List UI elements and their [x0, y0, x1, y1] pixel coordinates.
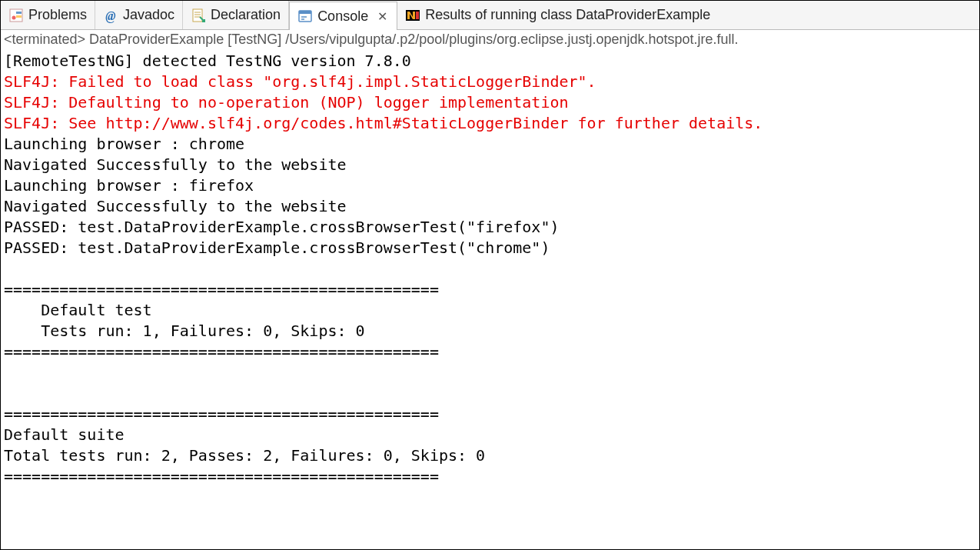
tab-label: Console [317, 8, 368, 25]
console-line: Launching browser : chrome [4, 134, 976, 155]
tab-label: Results of running class DataProviderExa… [425, 7, 710, 23]
console-line: ========================================… [4, 466, 976, 487]
console-line [4, 258, 976, 279]
console-line: Navigated Successfully to the website [4, 196, 976, 217]
console-line: Tests run: 1, Failures: 0, Skips: 0 [4, 321, 976, 342]
svg-rect-5 [193, 9, 202, 22]
view-tab-bar: Problems @ Javadoc Declaration Console ✕… [1, 1, 979, 30]
console-icon [297, 8, 313, 24]
console-line: PASSED: test.DataProviderExample.crossBr… [4, 217, 976, 238]
tab-declaration[interactable]: Declaration [183, 1, 289, 29]
console-line [4, 362, 976, 383]
console-line: Launching browser : firefox [4, 175, 976, 196]
tab-testng-results[interactable]: Results of running class DataProviderExa… [397, 1, 979, 29]
svg-text:@: @ [105, 9, 115, 23]
testng-icon [405, 8, 420, 23]
close-icon[interactable]: ✕ [376, 9, 389, 24]
console-line: SLF4J: See http://www.slf4j.org/codes.ht… [4, 113, 976, 134]
console-line: ========================================… [4, 342, 976, 362]
console-line: Default test [4, 300, 976, 321]
console-line: Navigated Successfully to the website [4, 155, 976, 175]
console-line: ========================================… [4, 279, 976, 300]
svg-rect-2 [16, 12, 22, 14]
tab-console[interactable]: Console ✕ [289, 2, 397, 30]
declaration-icon [191, 8, 206, 23]
status-text: <terminated> DataProviderExample [TestNG… [4, 32, 739, 47]
console-output[interactable]: [RemoteTestNG] detected TestNG version 7… [1, 49, 979, 488]
tab-label: Javadoc [123, 7, 174, 23]
tab-label: Declaration [211, 7, 281, 23]
console-line: SLF4J: Defaulting to no-operation (NOP) … [4, 92, 976, 113]
svg-rect-14 [416, 12, 419, 19]
console-line [4, 383, 976, 404]
tab-problems[interactable]: Problems [1, 1, 95, 29]
svg-rect-3 [16, 15, 22, 18]
console-line: Default suite [4, 425, 976, 445]
tab-javadoc[interactable]: @ Javadoc [95, 1, 183, 29]
console-line: ========================================… [4, 404, 976, 425]
console-line: Total tests run: 2, Passes: 2, Failures:… [4, 445, 976, 466]
console-status-line: <terminated> DataProviderExample [TestNG… [1, 30, 979, 49]
tab-label: Problems [28, 7, 87, 23]
javadoc-icon: @ [103, 8, 118, 23]
problems-icon [8, 8, 24, 23]
console-line: [RemoteTestNG] detected TestNG version 7… [4, 51, 976, 72]
svg-rect-10 [299, 11, 311, 14]
svg-point-1 [12, 15, 16, 19]
console-line: PASSED: test.DataProviderExample.crossBr… [4, 238, 976, 258]
console-line: SLF4J: Failed to load class "org.slf4j.i… [4, 72, 976, 92]
